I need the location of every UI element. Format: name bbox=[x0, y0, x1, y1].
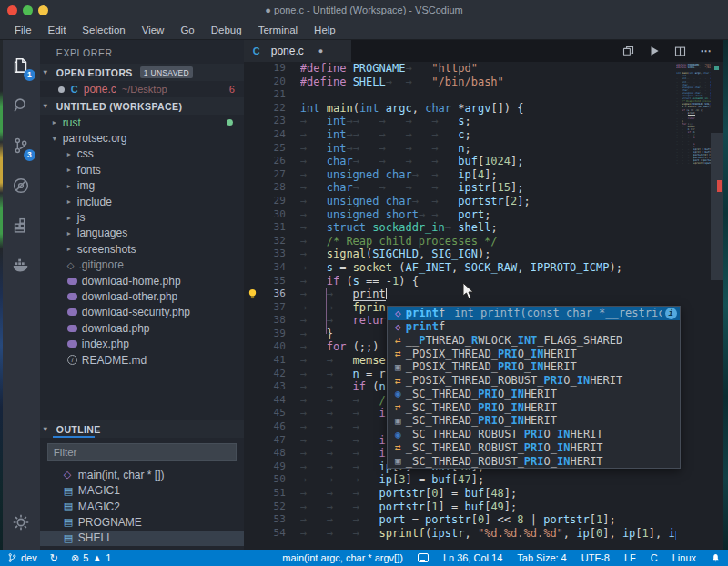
file-download-other-php[interactable]: download-other.php bbox=[40, 288, 244, 304]
suggest-item[interactable]: ◇printf bbox=[388, 320, 680, 334]
extensions-icon[interactable] bbox=[3, 206, 40, 246]
menu-go[interactable]: Go bbox=[173, 23, 201, 37]
file-download-security-php[interactable]: download-security.php bbox=[40, 305, 244, 320]
menu-file[interactable]: File bbox=[7, 23, 39, 37]
folder-fonts[interactable]: ▸fonts bbox=[40, 162, 244, 177]
suggest-info-icon[interactable]: i bbox=[665, 308, 677, 319]
search-icon[interactable] bbox=[3, 86, 40, 126]
menu-selection[interactable]: Selection bbox=[75, 23, 132, 37]
folder-parrotsec-org[interactable]: ▾parrotsec.org bbox=[40, 130, 244, 146]
file--gitignore[interactable]: ◇.gitignore bbox=[40, 258, 244, 273]
suggest-item[interactable]: ⇄_POSIX_THREAD_PRIO_INHERIT bbox=[388, 347, 680, 360]
outline-item-magic2[interactable]: ▤MAGIC2 bbox=[40, 499, 244, 514]
folder-include[interactable]: ▸include bbox=[40, 194, 244, 209]
open-editors-header[interactable]: ▾ OPEN EDITORS 1 UNSAVED bbox=[40, 64, 244, 81]
folder-css[interactable]: ▸css bbox=[40, 147, 244, 162]
file-download-php[interactable]: download.php bbox=[40, 320, 244, 336]
open-changes-icon[interactable] bbox=[622, 45, 635, 58]
minimap[interactable]: #define PROGNAME→ "httpd"#define SHELL→ … bbox=[676, 62, 711, 550]
close-window-button[interactable] bbox=[7, 5, 17, 15]
open-editor-item[interactable]: C pone.c ~/Desktop 6 bbox=[40, 81, 244, 97]
eol-indicator[interactable]: LF bbox=[624, 552, 636, 563]
field-symbol-icon: ▤ bbox=[64, 500, 78, 512]
line-number: 31 bbox=[244, 221, 300, 235]
suggest-item[interactable]: ◇printfint printf(const char *__restrict… bbox=[388, 307, 680, 320]
debug-icon[interactable] bbox=[3, 166, 40, 206]
explorer-icon[interactable]: 1 bbox=[3, 45, 40, 86]
menu-terminal[interactable]: Terminal bbox=[251, 23, 305, 37]
scrollbar[interactable] bbox=[711, 62, 723, 550]
outline-filter-input[interactable]: Filter bbox=[47, 443, 237, 461]
file-index-php[interactable]: index.php bbox=[40, 336, 244, 351]
folder-js[interactable]: ▸js bbox=[40, 209, 244, 225]
suggest-item[interactable]: ⇄__PTHREAD_RWLOCK_INT_FLAGS_SHARED bbox=[388, 334, 680, 348]
suggest-item[interactable]: ⇄_SC_THREAD_ROBUST_PRIO_INHERIT bbox=[388, 441, 680, 455]
menu-help[interactable]: Help bbox=[307, 23, 343, 37]
outline-item-progname[interactable]: ▤PROGNAME bbox=[40, 514, 244, 530]
suggest-item[interactable]: ⇄_POSIX_THREAD_ROBUST_PRIO_INHERIT bbox=[388, 374, 680, 388]
outline-item-shell[interactable]: ▤SHELL bbox=[40, 531, 244, 546]
file-readme-md[interactable]: iREADME.md bbox=[40, 352, 244, 368]
code-line-50: → → → ip[3] = buf[47]; bbox=[300, 473, 677, 487]
folder-img[interactable]: ▸img bbox=[40, 178, 244, 194]
notifications-bell-icon[interactable] bbox=[711, 552, 721, 563]
line-number: 32 bbox=[244, 235, 300, 248]
tab-size-indicator[interactable]: Tab Size: 4 bbox=[517, 552, 566, 563]
more-actions-icon[interactable]: ⋯ bbox=[700, 45, 712, 57]
source-control-icon[interactable]: 3 bbox=[3, 126, 40, 166]
editor-body[interactable]: 1920212223242526272829303132333435363738… bbox=[244, 62, 723, 550]
language-indicator[interactable]: C bbox=[651, 552, 658, 563]
folder-screenshots[interactable]: ▸screenshots bbox=[40, 241, 244, 257]
cursor-position[interactable]: Ln 36, Col 14 bbox=[443, 552, 502, 563]
suggest-item[interactable]: ◉_SC_THREAD_PRIO_INHERIT bbox=[388, 388, 680, 401]
selection-mode-icon[interactable] bbox=[418, 553, 429, 562]
menu-edit[interactable]: Edit bbox=[41, 23, 74, 37]
outline-item-magic1[interactable]: ▤MAGIC1 bbox=[40, 482, 244, 498]
modified-dot-badge bbox=[227, 119, 233, 126]
php-icon bbox=[67, 308, 77, 316]
workspace-header[interactable]: ▾ UNTITLED (WORKSPACE) bbox=[40, 97, 244, 115]
run-icon[interactable] bbox=[648, 45, 661, 57]
split-editor-icon[interactable] bbox=[673, 45, 687, 58]
encoding-indicator[interactable]: UTF-8 bbox=[581, 552, 610, 563]
outline-header[interactable]: ▾ OUTLINE bbox=[40, 420, 244, 438]
minimize-window-button[interactable] bbox=[38, 5, 48, 15]
code-line-21 bbox=[300, 88, 677, 102]
suggest-item[interactable]: ◉_SC_THREAD_ROBUST_PRIO_INHERIT bbox=[388, 428, 680, 441]
maximize-window-button[interactable] bbox=[23, 5, 33, 15]
suggest-item[interactable]: ▣_SC_THREAD_PRIO_INHERIT bbox=[388, 414, 680, 428]
sync-button[interactable]: ↻ bbox=[50, 552, 58, 564]
chevron-right-icon: ▸ bbox=[67, 150, 77, 158]
docker-icon[interactable] bbox=[3, 246, 40, 286]
menu-debug[interactable]: Debug bbox=[204, 23, 249, 37]
code-line-19: #define PROGNAME→ "httpd" bbox=[300, 62, 677, 76]
problems-indicator[interactable]: ⊗ 5 ▲ 1 bbox=[71, 552, 111, 564]
outline-item-main-int-char-[interactable]: ◇main(int, char * []) bbox=[40, 467, 244, 482]
code-line-33: → signal(SIGCHLD, SIG_IGN); bbox=[300, 248, 677, 261]
line-number: 28 bbox=[244, 181, 300, 195]
tab-dirty-icon: ● bbox=[318, 46, 323, 56]
suggest-item[interactable]: ▣_POSIX_THREAD_PRIO_INHERIT bbox=[388, 360, 680, 374]
branch-indicator[interactable]: dev bbox=[7, 552, 37, 563]
lightbulb-icon[interactable] bbox=[248, 288, 258, 301]
folder-languages[interactable]: ▸languages bbox=[40, 226, 244, 241]
settings-gear-icon[interactable] bbox=[3, 502, 40, 542]
open-editor-path: ~/Desktop bbox=[122, 84, 167, 95]
current-symbol[interactable]: main(int argc, char * argv[]) bbox=[282, 552, 403, 563]
remote-os-indicator[interactable]: Linux bbox=[672, 552, 696, 563]
suggest-item[interactable]: ⇄_SC_THREAD_PRIO_INHERIT bbox=[388, 400, 680, 414]
scrollbar-thumb[interactable] bbox=[711, 133, 723, 280]
file-download-home-php[interactable]: download-home.php bbox=[40, 273, 244, 288]
tab-pone-c[interactable]: C pone.c ● bbox=[244, 40, 351, 62]
menu-bar: FileEditSelectionViewGoDebugTerminalHelp bbox=[0, 20, 728, 40]
suggest-widget: ◇printfint printf(const char *__restrict… bbox=[387, 306, 681, 469]
method-kind-icon: ◇ bbox=[390, 308, 406, 319]
desktop-edge-right bbox=[723, 40, 728, 550]
suggest-item[interactable]: ▣_SC_THREAD_ROBUST_PRIO_INHERIT bbox=[388, 454, 680, 468]
line-number: 41 bbox=[244, 354, 300, 368]
menu-view[interactable]: View bbox=[135, 23, 172, 37]
window-controls bbox=[7, 5, 48, 15]
indent-guide bbox=[326, 288, 327, 334]
code-line-22: int main(int argc, char *argv[]) { bbox=[300, 102, 677, 116]
folder-rust[interactable]: ▸rust bbox=[40, 115, 244, 130]
